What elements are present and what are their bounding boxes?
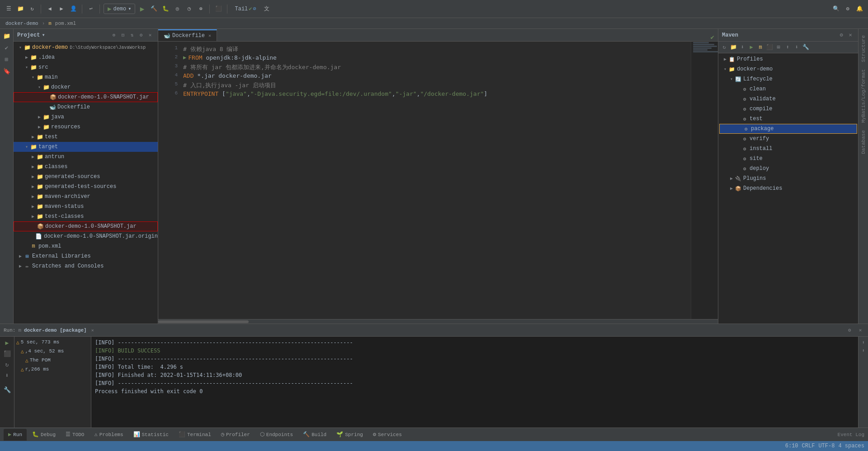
coverage-button[interactable]: ◎ (172, 4, 182, 14)
attach-button[interactable]: ⊕ (196, 4, 206, 14)
tree-item-antrun[interactable]: ▶ 📁 antrun (14, 152, 158, 162)
maven-item-dependencies[interactable]: ▶ 📦 Dependencies (718, 183, 858, 193)
maven-run-icon[interactable]: ▶ (747, 43, 755, 52)
tree-item-main[interactable]: ▾ 📁 main (14, 72, 158, 82)
tree-item-jar2[interactable]: ▶ 📦 docker-demo-1.0-SNAPSHOT.jar (14, 221, 158, 231)
run-config-dropdown[interactable]: ▾ (128, 5, 131, 12)
tree-item-scratches[interactable]: ▶ ✏ Scratches and Consoles (14, 261, 158, 271)
maven-wrench-icon[interactable]: 🔧 (802, 43, 810, 52)
debug-button[interactable]: 🐛 (160, 4, 170, 14)
toolbar-icon-project[interactable]: 📁 (15, 4, 25, 14)
tab-profiler[interactable]: ◷ Profiler (217, 429, 255, 441)
run-config-button[interactable]: ▶ demo ▾ (104, 4, 135, 14)
maven-close-icon[interactable]: ✕ (846, 31, 854, 39)
sidebar-database[interactable]: Database (860, 127, 867, 157)
run-tree-item-3[interactable]: △ The POM (14, 356, 91, 365)
maven-item-clean[interactable]: ▶ ⚙ clean (718, 84, 858, 94)
event-log-label[interactable]: Event Log (838, 432, 864, 437)
build-button[interactable]: 🔨 (149, 4, 159, 14)
tree-item-gen-sources[interactable]: ▶ 📁 generated-sources (14, 172, 158, 182)
tab-dockerfile-close[interactable]: ✕ (208, 33, 211, 38)
run-tree-item-4[interactable]: △ r,266 ms (14, 365, 91, 374)
toolbar-icon-user[interactable]: 👤 (68, 4, 78, 14)
maven-toggle-icon[interactable]: ⊞ (774, 43, 783, 52)
maven-item-validate[interactable]: ▶ ⚙ validate (718, 94, 858, 104)
toolbar-icon-undo[interactable]: ↩ (86, 4, 96, 14)
maven-item-verify[interactable]: ▶ ⚙ verify (718, 134, 858, 144)
maven-refresh-icon[interactable]: ↻ (720, 43, 728, 52)
editor-content[interactable]: 1 # 依赖java 8 编译 2 ▶ FROM openjdk:8-jdk-a… (158, 42, 691, 319)
run-tab-close[interactable]: ✕ (91, 328, 94, 333)
tree-item-pom[interactable]: ▶ m pom.xml (14, 241, 158, 251)
maven-item-site[interactable]: ▶ ⚙ site (718, 154, 858, 164)
maven-item-profiles[interactable]: ▶ 📋 Profiles (718, 54, 858, 64)
tab-endpoints[interactable]: ⬡ Endpoints (255, 429, 297, 441)
maven-item-plugins[interactable]: ▶ 🔌 Plugins (718, 174, 858, 183)
maven-item-project[interactable]: ▾ 📁 docker-demo (718, 64, 858, 74)
search-everywhere-button[interactable]: 🔍 (831, 4, 841, 14)
tree-item-jar1[interactable]: ▶ 📦 docker-demo-1.0-SNAPSHOT.jar (14, 92, 158, 102)
maven-download-icon[interactable]: ⬇ (738, 43, 746, 52)
maven-item-lifecycle[interactable]: ▾ 🔄 Lifecycle (718, 74, 858, 84)
maven-m-icon[interactable]: m (756, 43, 764, 52)
run-right-icon-2[interactable]: ⬇ (859, 347, 868, 355)
bookmarks-icon[interactable]: 🔖 (1, 66, 12, 77)
maven-item-deploy[interactable]: ▶ ⚙ deploy (718, 164, 858, 174)
tree-item-jar-orig[interactable]: ▶ 📄 docker-demo-1.0-SNAPSHOT.jar.origin (14, 231, 158, 241)
sidebar-mybatis[interactable]: MyBatis/Log/format (860, 66, 867, 126)
collapse-all-icon[interactable]: ⊟ (119, 31, 127, 39)
run-output[interactable]: [INFO] ---------------------------------… (91, 337, 858, 428)
run-button[interactable]: ▶ (137, 4, 147, 14)
tree-item-src[interactable]: ▾ 📁 src (14, 62, 158, 72)
run-right-icon-1[interactable]: ⬆ (859, 338, 868, 347)
tree-item-idea[interactable]: ▶ 📁 .idea (14, 52, 158, 62)
tab-build[interactable]: 🔨 Build (298, 429, 331, 441)
maven-item-package[interactable]: ▶ ⚙ package (719, 124, 857, 134)
tail-button[interactable]: Tail ✔ ⊘ (231, 5, 259, 13)
maven-lifecycle-icon[interactable]: ⬛ (765, 43, 774, 52)
maven-item-install[interactable]: ▶ ⚙ install (718, 144, 858, 154)
project-panel-dropdown[interactable]: ▾ (42, 32, 45, 38)
structure-icon[interactable]: ⊞ (1, 54, 12, 65)
run-wrench-icon[interactable]: 🔧 (3, 385, 12, 395)
maven-collapse-icon[interactable]: ⬇ (793, 43, 801, 52)
tree-item-gen-test-sources[interactable]: ▶ 📁 generated-test-sources (14, 182, 158, 192)
scrollbar-thumb[interactable] (158, 320, 249, 323)
tab-run[interactable]: ▶ Run (4, 429, 27, 441)
tree-item-classes[interactable]: ▶ 📁 classes (14, 162, 158, 172)
tab-terminal[interactable]: ⬛ Terminal (174, 429, 216, 441)
tree-item-maven-archiver[interactable]: ▶ 📁 maven-archiver (14, 192, 158, 202)
sort-icon[interactable]: ⇅ (128, 31, 136, 39)
tab-problems[interactable]: ⚠ Problems (90, 429, 127, 441)
maven-item-compile[interactable]: ▶ ⚙ compile (718, 104, 858, 114)
run-scroll-end-icon[interactable]: ⬇ (3, 371, 12, 380)
toolbar-icon-menu[interactable]: ☰ (4, 4, 14, 14)
run-close-icon[interactable]: ✕ (856, 326, 864, 334)
settings-icon[interactable]: ⚙ (137, 31, 145, 39)
commit-icon[interactable]: ✔ (1, 42, 12, 53)
tree-item-ext-libs[interactable]: ▶ ⊞ External Libraries (14, 251, 158, 261)
run-rerun-icon[interactable]: ↻ (3, 360, 12, 369)
tree-item-maven-status[interactable]: ▶ 📁 maven-status (14, 202, 158, 211)
maven-item-test[interactable]: ▶ ⚙ test (718, 114, 858, 124)
run-settings-icon[interactable]: ⚙ (845, 326, 854, 334)
close-panel-icon[interactable]: ✕ (146, 31, 154, 39)
stop-button[interactable]: ⬛ (213, 4, 223, 14)
translate-button[interactable]: 文 (262, 4, 272, 14)
maven-add-icon[interactable]: 📁 (729, 43, 737, 52)
settings-button[interactable]: ⚙ (843, 4, 853, 14)
editor-scrollbar[interactable] (158, 319, 718, 324)
tree-item-docker-demo[interactable]: ▾ 📁 docker-demo D:\StudyWorkspace\JavaWo… (14, 42, 158, 52)
locate-icon[interactable]: ⊕ (110, 31, 118, 39)
run-tree-item-2[interactable]: △ ,4 sec, 52 ms (14, 347, 91, 356)
maven-expand-icon[interactable]: ⬆ (783, 43, 792, 52)
project-icon[interactable]: 📁 (1, 31, 12, 42)
tree-item-resources[interactable]: ▶ 📁 resources (14, 122, 158, 132)
tab-debug[interactable]: 🐛 Debug (28, 429, 60, 441)
run-stop-icon[interactable]: ⬛ (3, 349, 12, 358)
tree-item-test-classes[interactable]: ▶ 📁 test-classes (14, 211, 158, 221)
tree-item-test[interactable]: ▶ 📁 test (14, 132, 158, 142)
run-play-icon[interactable]: ▶ (3, 338, 12, 348)
maven-settings-icon[interactable]: ⚙ (837, 31, 845, 39)
tree-item-target[interactable]: ▾ 📁 target (14, 142, 158, 152)
